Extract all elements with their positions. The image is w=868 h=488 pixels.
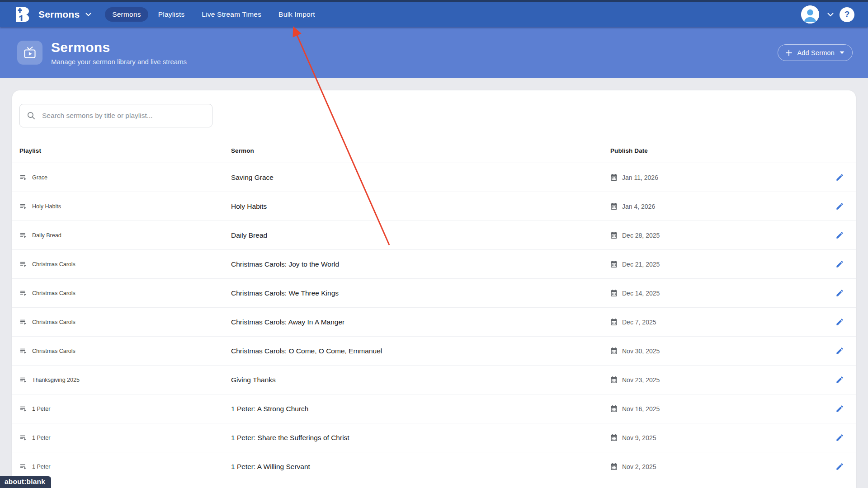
- table-row[interactable]: Christmas Carols Christmas Carols: Away …: [12, 308, 856, 337]
- table-row[interactable]: Christmas Carols Christmas Carols: Joy t…: [12, 250, 856, 279]
- date-group: Dec 28, 2025: [610, 231, 660, 239]
- table-row[interactable]: Holy Habits Holy Habits Jan 4, 2026: [12, 192, 856, 221]
- publish-date-cell: Nov 30, 2025: [610, 346, 856, 356]
- table-row[interactable]: Christmas Carols Christmas Carols: We Th…: [12, 279, 856, 308]
- table-row[interactable]: 1 Peter 1 Peter: A Strong Church Nov 16,…: [12, 394, 856, 423]
- calendar-icon: [610, 289, 618, 297]
- date-group: Dec 14, 2025: [610, 289, 660, 297]
- date-group: Dec 21, 2025: [610, 260, 660, 268]
- playlist-cell: Daily Bread: [12, 231, 231, 239]
- date-group: Nov 2, 2025: [610, 463, 656, 470]
- sermon-title: Christmas Carols: We Three Kings: [231, 289, 610, 297]
- account-chevron-down-icon[interactable]: [827, 13, 834, 17]
- navbar-right: ?: [801, 5, 854, 23]
- add-sermon-button[interactable]: Add Sermon: [778, 44, 853, 61]
- calendar-icon: [610, 376, 618, 384]
- playlist-name: Holy Habits: [32, 203, 61, 210]
- caret-down-icon: [840, 51, 844, 54]
- publish-date-cell: Nov 23, 2025: [610, 375, 856, 385]
- column-header-sermon: Sermon: [231, 147, 610, 154]
- calendar-icon: [610, 174, 618, 181]
- publish-date-cell: Dec 7, 2025: [610, 317, 856, 327]
- nav-tab-live-stream-times[interactable]: Live Stream Times: [194, 7, 269, 22]
- calendar-icon: [610, 405, 618, 413]
- table-header: Playlist Sermon Publish Date: [12, 138, 856, 163]
- navbar: Sermons Sermons Playlists Live Stream Ti…: [0, 2, 868, 27]
- edit-icon[interactable]: [835, 288, 845, 298]
- table-row[interactable]: Thanksgiving 2025 Giving Thanks Nov 23, …: [12, 366, 856, 394]
- edit-icon[interactable]: [835, 404, 845, 414]
- add-sermon-label: Add Sermon: [797, 49, 835, 56]
- nav-tab-sermons[interactable]: Sermons: [105, 7, 148, 22]
- sermons-card: Playlist Sermon Publish Date Grace Savin…: [12, 90, 856, 488]
- publish-date: Nov 9, 2025: [622, 434, 656, 441]
- playlist-icon: [19, 318, 27, 326]
- edit-icon[interactable]: [835, 230, 845, 240]
- publish-date: Dec 7, 2025: [622, 319, 656, 326]
- playlist-name: Christmas Carols: [32, 261, 75, 267]
- playlist-cell: Christmas Carols: [12, 318, 231, 326]
- playlist-icon: [19, 289, 27, 297]
- publish-date-cell: Dec 28, 2025: [610, 230, 856, 240]
- table-row[interactable]: Christmas Carols Christmas Carols: O Com…: [12, 337, 856, 366]
- table-row[interactable]: 1 Peter 1 Peter: A Willing Servant Nov 2…: [12, 452, 856, 481]
- calendar-icon: [610, 463, 618, 470]
- edit-icon[interactable]: [835, 461, 845, 472]
- brand-title[interactable]: Sermons: [38, 9, 80, 20]
- table-row[interactable]: Daily Bread Daily Bread Dec 28, 2025: [12, 221, 856, 250]
- sermon-title: Christmas Carols: Joy to the World: [231, 260, 610, 268]
- brand-chevron-down-icon[interactable]: [85, 13, 91, 16]
- edit-icon[interactable]: [835, 259, 845, 269]
- playlist-cell: Christmas Carols: [12, 289, 231, 297]
- edit-icon[interactable]: [835, 432, 845, 443]
- edit-icon[interactable]: [835, 346, 845, 356]
- playlist-icon: [19, 463, 27, 470]
- publish-date: Nov 30, 2025: [622, 347, 660, 355]
- date-group: Nov 16, 2025: [610, 405, 660, 413]
- playlist-cell: 1 Peter: [12, 405, 231, 413]
- edit-icon[interactable]: [835, 172, 845, 183]
- help-icon[interactable]: ?: [840, 7, 854, 22]
- sermon-title: Christmas Carols: O Come, O Come, Emmanu…: [231, 347, 610, 355]
- sermon-title: 1 Peter: Share the Sufferings of Christ: [231, 434, 610, 442]
- sermon-title: Christmas Carols: Away In A Manger: [231, 318, 610, 326]
- sermon-title: Saving Grace: [231, 174, 610, 182]
- calendar-icon: [610, 318, 618, 326]
- app-logo-icon[interactable]: [15, 6, 31, 23]
- nav-tab-bulk-import[interactable]: Bulk Import: [271, 7, 322, 22]
- sermon-title: Daily Bread: [231, 231, 610, 239]
- playlist-cell: Thanksgiving 2025: [12, 376, 231, 384]
- calendar-icon: [610, 347, 618, 355]
- playlist-name: 1 Peter: [32, 464, 50, 470]
- playlist-name: Christmas Carols: [32, 290, 75, 296]
- table-row[interactable]: Grace Saving Grace Jan 11, 2026: [12, 163, 856, 192]
- playlist-cell: 1 Peter: [12, 434, 231, 441]
- playlist-name: Christmas Carols: [32, 319, 75, 325]
- page-header: Sermons Manage your sermon library and l…: [0, 27, 868, 78]
- search-input[interactable]: [19, 104, 212, 127]
- calendar-icon: [610, 231, 618, 239]
- playlist-name: Christmas Carols: [32, 348, 75, 354]
- table-body: Grace Saving Grace Jan 11, 2026: [12, 163, 856, 481]
- calendar-icon: [610, 434, 618, 441]
- playlist-icon: [19, 434, 27, 441]
- nav-tab-playlists[interactable]: Playlists: [151, 7, 192, 22]
- publish-date-cell: Dec 14, 2025: [610, 288, 856, 298]
- date-group: Nov 30, 2025: [610, 347, 660, 355]
- table-row[interactable]: 1 Peter 1 Peter: Share the Sufferings of…: [12, 423, 856, 452]
- page-title: Sermons: [51, 40, 187, 55]
- sermon-title: 1 Peter: A Willing Servant: [231, 463, 610, 471]
- publish-date: Jan 4, 2026: [622, 203, 655, 210]
- playlist-cell: Christmas Carols: [12, 260, 231, 268]
- avatar[interactable]: [801, 5, 819, 23]
- playlist-icon: [19, 376, 27, 384]
- column-header-playlist: Playlist: [12, 147, 231, 154]
- edit-icon[interactable]: [835, 317, 845, 327]
- edit-icon[interactable]: [835, 201, 845, 211]
- publish-date: Jan 11, 2026: [622, 174, 658, 181]
- playlist-icon: [19, 231, 27, 239]
- edit-icon[interactable]: [835, 375, 845, 385]
- date-group: Nov 23, 2025: [610, 376, 660, 384]
- header-text: Sermons Manage your sermon library and l…: [51, 40, 187, 66]
- publish-date-cell: Nov 16, 2025: [610, 404, 856, 414]
